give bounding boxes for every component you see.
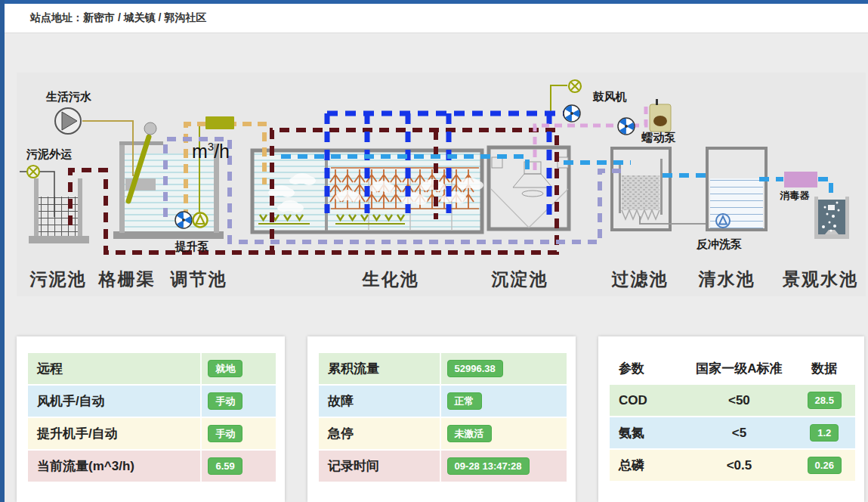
sludge-out-valve-icon [27,166,39,178]
tank-label-grid-channel: 格栅渠 [98,269,156,289]
runtime-status-table: 累积流量 52996.38 故障 正常 急停 未激活 记录时间 09-28 13… [319,353,567,483]
table-row: 风机手/自动 手动 [28,386,276,418]
disinfector-box [784,172,817,187]
row-label: 累积流量 [319,353,440,386]
clean-water-tank [707,148,766,230]
air-valve-pipe [551,85,567,111]
value-badge[interactable]: 1.2 [810,424,839,442]
table-row: 当前流量(m^3/h) 6.59 [28,451,276,483]
air-release-valve-icon [569,80,581,92]
filter-drain-pipe [640,216,706,224]
param-name: 总磷 [610,450,684,482]
table-header-row: 参数 国家一级A标准 数据 [610,353,855,385]
row-label: 远程 [28,353,200,386]
sludge-tank [29,178,89,243]
table-row: 远程 就地 [28,353,276,386]
param-standard: <0.5 [684,450,793,482]
label-inflow: 生活污水 [45,90,92,103]
tank-label-clean-water: 清水池 [698,269,755,289]
param-name: 氨氮 [610,417,684,450]
landscape-pond [814,197,849,239]
label-blower: 鼓风机 [593,90,627,103]
status-badge[interactable]: 未激活 [447,425,492,442]
status-badge[interactable]: 正常 [447,392,482,410]
table-row: 氨氮 <5 1.2 [610,417,855,450]
lift-pump-icon [193,213,208,228]
breadcrumb: 站点地址：新密市 / 城关镇 / 郭沟社区 [30,11,206,25]
left-accent-bar [0,0,5,502]
inflow-pump-icon [55,108,81,134]
row-label: 记录时间 [319,451,440,483]
filter-tank [612,148,706,230]
status-badge[interactable]: 52996.38 [447,360,503,377]
label-peristaltic-pump: 蠕动泵 [641,131,677,144]
water-quality-card: 参数 国家一级A标准 数据 COD <50 28.5 氨氮 <5 1.2 总磷 … [598,336,864,502]
process-flow-diagram: 生活污水 污泥外运 提升泵 鼓风机 蠕动泵 反冲洗泵 消毒器 m3/h 污泥池 … [17,73,866,296]
backwash-pump-icon [716,214,730,228]
table-row: 记录时间 09-28 13:47:28 [319,451,567,483]
status-badge[interactable]: 就地 [208,360,242,377]
control-status-card: 远程 就地 风机手/自动 手动 提升机手/自动 手动 当前流量(m^3/h) 6… [17,336,285,502]
top-accent-bar [0,0,868,4]
label-sludge-out: 污泥外运 [26,147,73,160]
value-badge[interactable]: 0.26 [808,457,842,474]
tank-label-biochemical: 生化池 [362,269,419,289]
row-label: 提升机手/自动 [28,418,200,451]
status-badge[interactable]: 手动 [208,425,242,442]
param-name: COD [610,385,684,417]
water-quality-table: 参数 国家一级A标准 数据 COD <50 28.5 氨氮 <5 1.2 总磷 … [610,353,855,482]
value-badge[interactable]: 28.5 [808,392,842,409]
table-row: 提升机手/自动 手动 [28,418,276,451]
label-disinfector: 消毒器 [780,190,811,201]
tank-label-regulation: 调节池 [170,269,227,289]
tank-label-sedimentation: 沉淀池 [491,269,548,289]
table-row: 累积流量 52996.38 [319,353,567,386]
lift-pump-fan-icon [175,212,192,229]
status-badge[interactable]: 6.59 [208,457,242,475]
row-label: 急停 [319,418,440,451]
dosing-tank-icon [650,99,671,132]
screen-motor [144,122,156,135]
table-row: COD <50 28.5 [610,385,855,417]
row-label: 风机手/自动 [28,386,200,418]
row-label: 当前流量(m^3/h) [28,451,200,483]
tank-label-filter: 过滤池 [612,269,669,289]
param-standard: <50 [684,385,793,417]
runtime-status-card: 累积流量 52996.38 故障 正常 急停 未激活 记录时间 09-28 13… [307,336,576,502]
tank-label-landscape: 景观水池 [782,269,858,289]
tank-label-sludge: 污泥池 [29,269,87,289]
status-badge[interactable]: 手动 [208,392,242,410]
flow-meter [205,116,234,129]
table-row: 总磷 <0.5 0.26 [610,450,855,482]
row-label: 故障 [319,386,440,418]
column-header-data: 数据 [794,353,856,385]
param-standard: <5 [684,417,793,450]
site-address-header: 站点地址：新密市 / 城关镇 / 郭沟社区 [5,4,868,33]
control-status-table: 远程 就地 风机手/自动 手动 提升机手/自动 手动 当前流量(m^3/h) 6… [28,353,276,483]
blower-fan-icon [564,105,580,122]
label-backwash-pump: 反冲洗泵 [696,237,743,250]
column-header-param: 参数 [610,353,684,385]
table-row: 故障 正常 [319,386,567,418]
label-lift-pump: 提升泵 [175,240,210,253]
table-row: 急停 未激活 [319,418,567,451]
status-badge[interactable]: 09-28 13:47:28 [447,457,530,475]
peristaltic-fan-icon [618,118,635,135]
process-flow-svg: 生活污水 污泥外运 提升泵 鼓风机 蠕动泵 反冲洗泵 消毒器 m3/h 污泥池 … [17,73,866,296]
column-header-standard: 国家一级A标准 [684,353,793,385]
